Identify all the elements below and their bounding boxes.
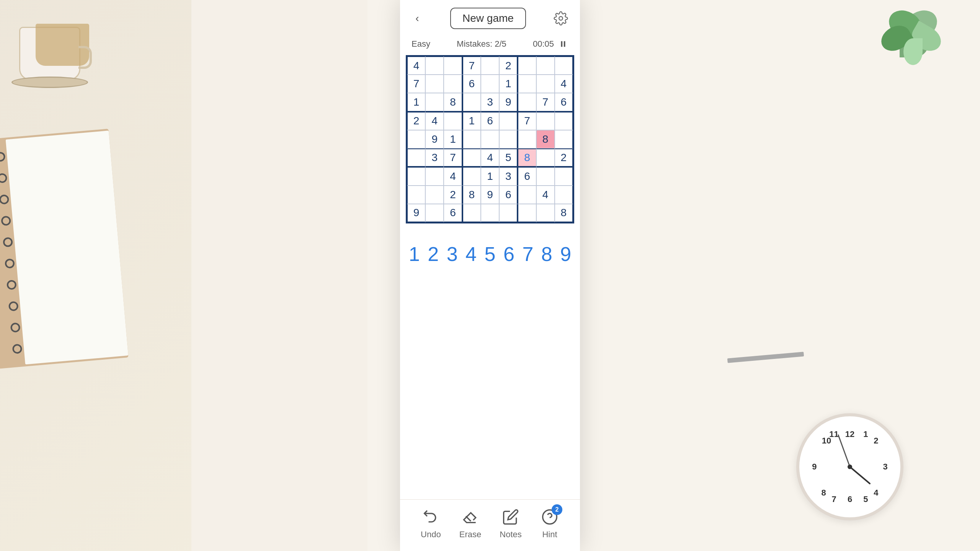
sudoku-cell[interactable]: 6: [499, 186, 518, 204]
sudoku-cell[interactable]: 7: [407, 75, 425, 93]
sudoku-cell[interactable]: [407, 186, 425, 204]
number-2-button[interactable]: 2: [426, 243, 439, 266]
sudoku-cell[interactable]: 4: [536, 186, 555, 204]
sudoku-cell[interactable]: 9: [481, 186, 499, 204]
sudoku-cell[interactable]: 3: [425, 148, 444, 167]
sudoku-cell[interactable]: [462, 204, 481, 222]
hint-button[interactable]: 2 Hint: [540, 507, 559, 540]
sudoku-cell[interactable]: [407, 148, 425, 167]
sudoku-cell[interactable]: [425, 93, 444, 111]
sudoku-cell[interactable]: [481, 56, 499, 75]
sudoku-cell[interactable]: [444, 75, 462, 93]
undo-icon: [421, 507, 440, 527]
sudoku-cell[interactable]: 7: [444, 148, 462, 167]
sudoku-cell[interactable]: 6: [444, 204, 462, 222]
sudoku-cell[interactable]: 8: [555, 204, 573, 222]
number-7-button[interactable]: 7: [521, 243, 534, 266]
sudoku-cell[interactable]: [425, 204, 444, 222]
sudoku-cell[interactable]: [555, 112, 573, 130]
sudoku-cell[interactable]: [536, 204, 555, 222]
number-1-button[interactable]: 1: [408, 243, 421, 266]
number-5-button[interactable]: 5: [483, 243, 497, 266]
sudoku-cell[interactable]: [481, 204, 499, 222]
new-game-button[interactable]: New game: [450, 8, 526, 29]
sudoku-cell[interactable]: 2: [555, 148, 573, 167]
number-6-button[interactable]: 6: [502, 243, 515, 266]
sudoku-cell[interactable]: 3: [481, 93, 499, 111]
sudoku-cell[interactable]: [518, 186, 536, 204]
number-3-button[interactable]: 3: [446, 243, 459, 266]
sudoku-cell[interactable]: [518, 56, 536, 75]
sudoku-cell[interactable]: [481, 130, 499, 148]
sudoku-cell[interactable]: [407, 130, 425, 148]
sudoku-cell[interactable]: 6: [555, 93, 573, 111]
sudoku-cell[interactable]: [499, 204, 518, 222]
back-button[interactable]: ‹: [410, 11, 425, 26]
sudoku-cell[interactable]: [518, 75, 536, 93]
sudoku-cell[interactable]: [462, 93, 481, 111]
number-4-button[interactable]: 4: [464, 243, 477, 266]
sudoku-cell[interactable]: 4: [425, 112, 444, 130]
sudoku-cell[interactable]: [536, 167, 555, 185]
sudoku-cell[interactable]: 5: [499, 148, 518, 167]
sudoku-cell[interactable]: [462, 130, 481, 148]
sudoku-cell[interactable]: [499, 112, 518, 130]
sudoku-cell[interactable]: [555, 56, 573, 75]
sudoku-cell[interactable]: 8: [536, 130, 555, 148]
sudoku-cell[interactable]: [536, 112, 555, 130]
notes-button[interactable]: Notes: [500, 507, 521, 540]
sudoku-cell[interactable]: [462, 148, 481, 167]
sudoku-cell[interactable]: 7: [536, 93, 555, 111]
sudoku-cell[interactable]: 6: [518, 167, 536, 185]
sudoku-cell[interactable]: 8: [462, 186, 481, 204]
sudoku-cell[interactable]: 2: [407, 112, 425, 130]
undo-button[interactable]: Undo: [421, 507, 441, 540]
sudoku-cell[interactable]: [425, 56, 444, 75]
sudoku-cell[interactable]: 4: [481, 148, 499, 167]
sudoku-cell[interactable]: [555, 167, 573, 185]
sudoku-cell[interactable]: [444, 112, 462, 130]
sudoku-cell[interactable]: 9: [407, 204, 425, 222]
sudoku-cell[interactable]: [499, 130, 518, 148]
sudoku-cell[interactable]: 7: [518, 112, 536, 130]
sudoku-cell[interactable]: [555, 186, 573, 204]
sudoku-cell[interactable]: [536, 148, 555, 167]
sudoku-cell[interactable]: [518, 204, 536, 222]
sudoku-cell[interactable]: 9: [425, 130, 444, 148]
sudoku-cell[interactable]: 2: [444, 186, 462, 204]
sudoku-cell[interactable]: [425, 186, 444, 204]
sudoku-cell[interactable]: 2: [499, 56, 518, 75]
sudoku-cell[interactable]: 8: [518, 148, 536, 167]
sudoku-cell[interactable]: [518, 93, 536, 111]
sudoku-cell[interactable]: [444, 56, 462, 75]
sudoku-cell[interactable]: 6: [481, 112, 499, 130]
sudoku-cell[interactable]: 3: [499, 167, 518, 185]
sudoku-cell[interactable]: 1: [462, 112, 481, 130]
sudoku-cell[interactable]: 1: [407, 93, 425, 111]
clock-7: 7: [831, 494, 836, 504]
sudoku-cell[interactable]: 9: [499, 93, 518, 111]
sudoku-cell[interactable]: [481, 75, 499, 93]
sudoku-cell[interactable]: 4: [444, 167, 462, 185]
sudoku-cell[interactable]: 1: [499, 75, 518, 93]
sudoku-cell[interactable]: 4: [407, 56, 425, 75]
sudoku-cell[interactable]: 7: [462, 56, 481, 75]
sudoku-cell[interactable]: [555, 130, 573, 148]
number-9-button[interactable]: 9: [559, 243, 572, 266]
sudoku-cell[interactable]: [462, 167, 481, 185]
sudoku-cell[interactable]: [425, 75, 444, 93]
sudoku-cell[interactable]: 1: [481, 167, 499, 185]
pause-button[interactable]: [558, 39, 568, 49]
sudoku-cell[interactable]: 1: [444, 130, 462, 148]
sudoku-cell[interactable]: [518, 130, 536, 148]
sudoku-cell[interactable]: [536, 75, 555, 93]
sudoku-cell[interactable]: 8: [444, 93, 462, 111]
sudoku-cell[interactable]: [425, 167, 444, 185]
sudoku-cell[interactable]: 6: [462, 75, 481, 93]
sudoku-cell[interactable]: 4: [555, 75, 573, 93]
settings-button[interactable]: [551, 9, 570, 28]
erase-button[interactable]: Erase: [459, 507, 481, 540]
number-8-button[interactable]: 8: [540, 243, 553, 266]
sudoku-cell[interactable]: [407, 167, 425, 185]
sudoku-cell[interactable]: [536, 56, 555, 75]
